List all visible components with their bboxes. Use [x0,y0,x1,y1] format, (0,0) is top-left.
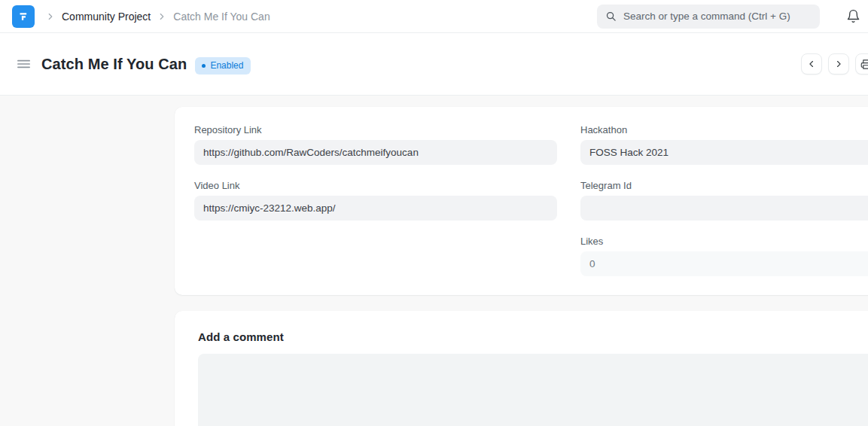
next-document-button[interactable] [828,53,849,75]
print-button[interactable] [855,53,868,75]
video-link-input[interactable] [194,196,557,221]
likes-input[interactable] [580,251,868,276]
form-column-right: Hackathon Telegram Id Likes [580,124,868,276]
status-badge: Enabled [195,57,251,75]
page-head: Catch Me If You Can Enabled [0,33,868,96]
field-likes: Likes [580,236,868,276]
chevron-right-icon [45,11,56,22]
field-repository-link: Repository Link [194,124,557,165]
navbar: Community Project Catch Me If You Can [0,0,868,33]
video-link-label: Video Link [194,180,557,191]
sidebar-toggle-hamburger-icon[interactable] [15,56,32,72]
chevron-right-icon [157,11,167,22]
hackathon-input[interactable] [580,140,868,165]
global-search[interactable] [597,5,820,29]
field-hackathon: Hackathon [580,124,868,165]
search-input[interactable] [623,11,812,22]
repository-link-label: Repository Link [194,124,557,135]
status-dot [202,64,206,68]
comment-input[interactable] [198,354,868,426]
comment-card: Add a comment [175,311,868,426]
repository-link-input[interactable] [194,140,557,165]
form-column-left: Repository Link Video Link [194,124,557,221]
prev-document-button[interactable] [801,53,822,75]
status-label: Enabled [210,60,243,71]
field-telegram-id: Telegram Id [580,180,868,221]
likes-label: Likes [580,236,868,247]
hackathon-label: Hackathon [580,124,868,135]
telegram-id-input[interactable] [580,196,868,221]
form-body: Repository Link Video Link Hackathon Tel… [0,96,868,426]
search-icon [605,11,617,22]
chevron-left-icon [806,59,817,69]
frappe-logo-icon[interactable] [12,5,35,28]
form-grid: Repository Link Video Link Hackathon Tel… [194,124,868,276]
chevron-right-icon [833,59,844,69]
printer-icon [860,59,868,70]
breadcrumb-current-doc[interactable]: Catch Me If You Can [173,11,270,23]
add-comment-heading: Add a comment [198,330,868,343]
breadcrumb-community-project[interactable]: Community Project [62,11,151,23]
notifications-bell-icon[interactable] [844,8,862,26]
telegram-id-label: Telegram Id [580,180,868,191]
details-card: Repository Link Video Link Hackathon Tel… [175,107,868,295]
page-title: Catch Me If You Can [41,56,187,73]
field-video-link: Video Link [194,180,557,221]
page-head-actions [801,53,868,75]
